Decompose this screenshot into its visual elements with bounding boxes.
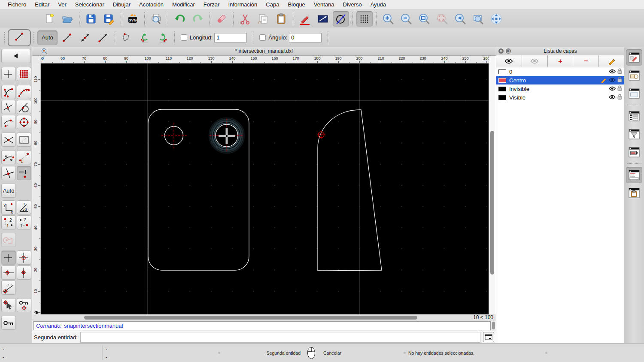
coord-relative-2-button[interactable]: 12 bbox=[17, 215, 31, 229]
layer-row-centro[interactable]: Centro bbox=[496, 76, 624, 84]
redo-segment-button[interactable] bbox=[154, 30, 171, 45]
delete-entities-button[interactable] bbox=[213, 11, 230, 27]
line-arrow-button[interactable] bbox=[94, 30, 112, 45]
menu-ventana[interactable]: Ventana bbox=[310, 1, 339, 8]
pen-edit-button[interactable] bbox=[297, 11, 313, 27]
horizontal-scrollbar-thumb[interactable] bbox=[84, 316, 417, 320]
snap-intersection-button[interactable] bbox=[1, 166, 16, 180]
zoom-redraw-button[interactable] bbox=[434, 11, 450, 27]
undo-segment-button[interactable] bbox=[136, 30, 153, 45]
snap-endpoint-button[interactable] bbox=[1, 85, 16, 99]
snap-bounding-box-button[interactable] bbox=[17, 133, 31, 147]
export-svg-button[interactable]: SVG bbox=[125, 11, 141, 27]
layer-visibility-icon[interactable] bbox=[609, 77, 616, 84]
collapse-left-button[interactable] bbox=[1, 49, 31, 63]
dock-pen-palette-button[interactable] bbox=[626, 144, 642, 160]
layer-row-visible[interactable]: Visible bbox=[496, 93, 624, 102]
restrict-nothing-button[interactable] bbox=[1, 250, 16, 265]
layer-edit-pencil-icon[interactable] bbox=[601, 77, 607, 84]
edit-layer-button[interactable] bbox=[599, 55, 624, 67]
lock-relative-zero-button[interactable] bbox=[17, 298, 31, 312]
open-file-button[interactable] bbox=[59, 11, 76, 27]
layer-visibility-icon[interactable] bbox=[609, 94, 616, 101]
line-attributes-button[interactable] bbox=[315, 11, 331, 27]
menu-dibujar[interactable]: Dibujar bbox=[109, 1, 135, 8]
snap-reference-button[interactable]: 12 bbox=[17, 150, 31, 164]
dock-clipboard-button[interactable] bbox=[626, 185, 642, 201]
snap-angle-button[interactable] bbox=[1, 150, 16, 164]
dock-entity-list-button[interactable] bbox=[626, 108, 642, 124]
zoom-window-button[interactable] bbox=[470, 11, 486, 27]
drawing-canvas[interactable] bbox=[41, 63, 489, 314]
menu-forzar[interactable]: Forzar bbox=[199, 1, 224, 8]
toolbar-drag-handle[interactable] bbox=[4, 32, 5, 43]
drawing-window-titlebar[interactable]: * intersection_manual.dxf bbox=[32, 47, 496, 56]
restrict-horizontal-button[interactable] bbox=[1, 265, 16, 280]
zoom-in-button[interactable] bbox=[380, 11, 396, 27]
coord-relative-1-button[interactable]: 12 bbox=[1, 215, 16, 229]
auto-mode-button[interactable]: Auto bbox=[37, 30, 58, 45]
menu-fichero[interactable]: Fichero bbox=[3, 1, 30, 8]
length-input[interactable] bbox=[214, 33, 247, 42]
auto-snap-button[interactable]: Auto bbox=[1, 184, 16, 198]
snap-distance-button[interactable] bbox=[1, 115, 16, 129]
exclusive-snap-button[interactable] bbox=[1, 233, 16, 247]
set-relative-zero-button[interactable] bbox=[1, 298, 16, 312]
snap-on-entity-button[interactable] bbox=[17, 85, 31, 99]
undo-button[interactable] bbox=[172, 11, 188, 27]
menu-acotacion[interactable]: Acotación bbox=[135, 1, 168, 8]
zoom-out-button[interactable] bbox=[398, 11, 414, 27]
angle-input[interactable] bbox=[289, 33, 322, 42]
active-line-tool-button[interactable] bbox=[8, 29, 31, 46]
layer-visibility-icon[interactable] bbox=[609, 69, 616, 75]
menu-bloque[interactable]: Bloque bbox=[283, 1, 309, 8]
menu-ver[interactable]: Ver bbox=[54, 1, 71, 8]
add-layer-button[interactable]: + bbox=[548, 55, 574, 67]
menu-ayuda[interactable]: Ayuda bbox=[366, 1, 391, 8]
draft-mode-button[interactable] bbox=[333, 11, 349, 27]
snap-tangent-button[interactable] bbox=[17, 100, 31, 114]
snap-free-button[interactable] bbox=[1, 67, 16, 81]
command-history-scrollbar[interactable] bbox=[492, 322, 495, 330]
layer-visibility-icon[interactable] bbox=[609, 86, 616, 92]
keyboard-toggle-button[interactable] bbox=[483, 332, 494, 342]
menu-informacion[interactable]: Información bbox=[224, 1, 261, 8]
snap-center-button[interactable] bbox=[17, 115, 31, 129]
vertical-scrollbar-thumb[interactable] bbox=[490, 131, 494, 275]
command-input[interactable] bbox=[80, 332, 480, 343]
menu-capa[interactable]: Capa bbox=[261, 1, 283, 8]
snap-grid-button[interactable] bbox=[17, 67, 31, 81]
show-all-layers-button[interactable] bbox=[496, 55, 522, 67]
dock-command-history-button[interactable] bbox=[626, 167, 642, 183]
zoom-auto-button[interactable] bbox=[416, 11, 432, 27]
snap-intersection-manual-button[interactable]: ! bbox=[17, 166, 31, 180]
vertical-scrollbar[interactable] bbox=[489, 56, 496, 314]
toolbar-drag-handle[interactable] bbox=[33, 32, 34, 43]
layer-lock-icon[interactable] bbox=[617, 68, 622, 75]
layer-lock-icon[interactable] bbox=[617, 94, 622, 101]
restrict-vertical-button[interactable] bbox=[17, 265, 31, 280]
dock-block-list-button[interactable] bbox=[626, 67, 642, 84]
new-file-button[interactable] bbox=[41, 11, 58, 27]
zoom-previous-button[interactable] bbox=[452, 11, 468, 27]
remove-layer-button[interactable]: − bbox=[573, 55, 599, 67]
horizontal-scrollbar[interactable]: 10 < 100 bbox=[32, 314, 496, 321]
length-checkbox[interactable] bbox=[181, 34, 187, 41]
coord-cartesian-button[interactable]: yx bbox=[1, 200, 16, 214]
dock-library-browser-button[interactable] bbox=[626, 85, 642, 102]
snap-angle-protractor-button[interactable] bbox=[1, 281, 16, 295]
line-segment-button[interactable] bbox=[58, 30, 76, 45]
command-history-scrollbar-thumb[interactable] bbox=[492, 322, 495, 329]
polyline-node-button[interactable] bbox=[118, 30, 135, 45]
layer-row-0[interactable]: 0 bbox=[496, 67, 624, 76]
redo-button[interactable] bbox=[190, 11, 206, 27]
zoom-pan-button[interactable] bbox=[488, 11, 504, 27]
layer-lock-icon[interactable] bbox=[617, 85, 622, 92]
dock-filter-button[interactable] bbox=[626, 126, 642, 142]
grid-toggle-button[interactable] bbox=[356, 11, 373, 27]
line-both-arrows-button[interactable] bbox=[76, 30, 94, 45]
layer-row-invisible[interactable]: Invisible bbox=[496, 84, 624, 93]
menu-diverso[interactable]: Diverso bbox=[339, 1, 366, 8]
save-file-as-button[interactable] bbox=[101, 11, 117, 27]
angle-checkbox[interactable] bbox=[259, 34, 266, 41]
